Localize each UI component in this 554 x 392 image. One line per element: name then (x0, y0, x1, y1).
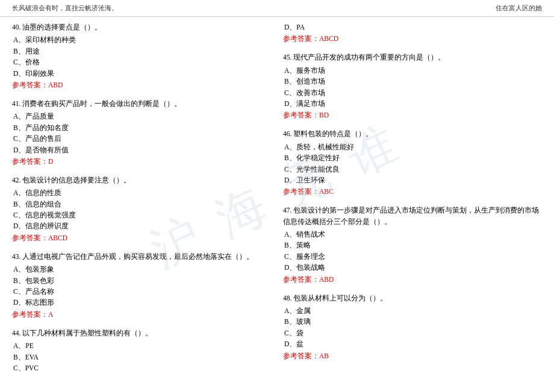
option: B、包装色彩 (13, 275, 265, 286)
option: D、印刷效果 (13, 68, 265, 79)
header-right: 住在富人区的她 (496, 4, 542, 13)
answer-label: 参考答案：D (12, 157, 265, 166)
right-column: D、PA参考答案：ABCD45. 现代产品开发的成功有两个重要的方向是（）。A、… (277, 22, 542, 382)
option: B、用途 (13, 46, 265, 57)
question-block-q47: 47. 包装设计的第一步骤是对产品进入市场定位判断与策划，从生产到消费的市场信息… (283, 205, 542, 284)
option: B、玻璃 (284, 316, 542, 327)
question-block-q46: 46. 塑料包装的特点是（）。A、质轻，机械性能好B、化学稳定性好C、光学性能优… (283, 128, 542, 196)
option: D、满足市场 (284, 98, 542, 109)
page-header: 长风破浪会有时，直挂云帆济沧海。 住在富人区的她 (0, 0, 554, 17)
option: D、盆 (284, 338, 542, 349)
option: C、价格 (13, 57, 265, 67)
question-block-q44_ans: D、PA参考答案：ABCD (283, 22, 542, 43)
header-left: 长风破浪会有时，直挂云帆济沧海。 (12, 4, 118, 13)
question-title: 43. 人通过电视广告记住产品外观，购买容易发现，最后必然地落实在（）。 (12, 251, 265, 262)
question-title: 48. 包装从材料上可以分为（）。 (283, 293, 542, 303)
question-title: 46. 塑料包装的特点是（）。 (283, 128, 542, 139)
option: C、信息的视觉强度 (13, 210, 265, 220)
option: B、产品的知名度 (13, 122, 265, 133)
option: C、服务理念 (284, 251, 542, 262)
option: B、EVA (13, 352, 265, 362)
answer-label: 参考答案：ABD (12, 81, 265, 90)
question-block-q43: 43. 人通过电视广告记住产品外观，购买容易发现，最后必然地落实在（）。A、包装… (12, 251, 265, 319)
option: B、信息的组合 (13, 199, 265, 210)
answer-label: 参考答案：ABD (283, 275, 542, 284)
question-title: 47. 包装设计的第一步骤是对产品进入市场定位判断与策划，从生产到消费的市场信息… (283, 205, 542, 227)
option: D、PA (284, 22, 542, 33)
option: A、采印材料的种类 (13, 34, 265, 45)
option: C、光学性能优良 (284, 164, 542, 175)
answer-label: 参考答案：AB (283, 352, 542, 361)
question-block-q41: 41. 消费者在购买产品时，一般会做出的判断是（）。A、产品质量B、产品的知名度… (12, 98, 265, 166)
question-title: 40. 油墨的选择要点是（）。 (12, 22, 265, 33)
option: B、化学稳定性好 (284, 152, 542, 163)
option: A、质轻，机械性能好 (284, 142, 542, 152)
option: C、改善市场 (284, 87, 542, 98)
question-block-q42: 42. 包装设计的信息选择要注意（）。A、信息的性质B、信息的组合C、信息的视觉… (12, 175, 265, 243)
option: C、袋 (284, 328, 542, 338)
question-block-q44: 44. 以下几种材料属于热塑性塑料的有（）。A、PEB、EVAC、PVC (12, 328, 265, 374)
option: A、包装形象 (13, 264, 265, 275)
option: D、信息的辨识度 (13, 220, 265, 231)
question-block-q45: 45. 现代产品开发的成功有两个重要的方向是（）。A、服务市场B、创造市场C、改… (283, 52, 542, 120)
option: A、产品质量 (13, 111, 265, 122)
option: D、是否物有所值 (13, 145, 265, 155)
option: D、卫生环保 (284, 175, 542, 185)
left-column: 40. 油墨的选择要点是（）。A、采印材料的种类B、用途C、价格D、印刷效果参考… (12, 22, 277, 382)
option: C、产品的售后 (13, 133, 265, 144)
answer-label: 参考答案：ABC (283, 187, 542, 196)
question-block-q48: 48. 包装从材料上可以分为（）。A、金属B、玻璃C、袋D、盆参考答案：AB (283, 293, 542, 361)
option: B、策略 (284, 240, 542, 250)
question-title: 42. 包装设计的信息选择要注意（）。 (12, 175, 265, 185)
main-content: 40. 油墨的选择要点是（）。A、采印材料的种类B、用途C、价格D、印刷效果参考… (0, 17, 554, 387)
option: A、PE (13, 340, 265, 351)
option: A、信息的性质 (13, 187, 265, 198)
question-title: 45. 现代产品开发的成功有两个重要的方向是（）。 (283, 52, 542, 63)
answer-label: 参考答案：ABCD (12, 234, 265, 243)
question-block-q40: 40. 油墨的选择要点是（）。A、采印材料的种类B、用途C、价格D、印刷效果参考… (12, 22, 265, 90)
answer-label: 参考答案：BD (283, 111, 542, 120)
option: D、包装战略 (284, 262, 542, 273)
option: B、创造市场 (284, 76, 542, 87)
option: A、金属 (284, 305, 542, 316)
answer-label: 参考答案：ABCD (283, 34, 542, 43)
option: C、产品名称 (13, 286, 265, 297)
option: D、标志图形 (13, 297, 265, 308)
option: A、销售战术 (284, 229, 542, 240)
question-title: 44. 以下几种材料属于热塑性塑料的有（）。 (12, 328, 265, 338)
answer-label: 参考答案：A (12, 310, 265, 319)
option: A、服务市场 (284, 65, 542, 76)
option: C、PVC (13, 362, 265, 373)
question-title: 41. 消费者在购买产品时，一般会做出的判断是（）。 (12, 98, 265, 109)
